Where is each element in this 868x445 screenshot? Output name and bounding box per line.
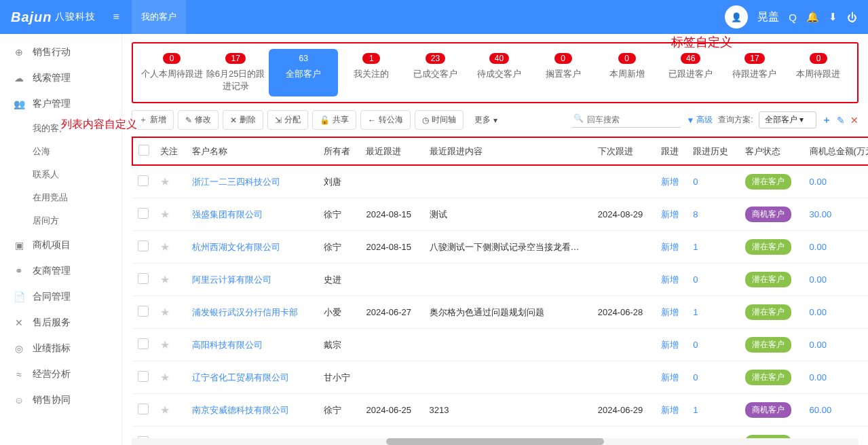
follow-link[interactable]: 新增 <box>661 405 679 415</box>
follow-link[interactable]: 新增 <box>661 307 679 317</box>
col-header-0[interactable]: 关注 <box>155 137 187 165</box>
sidebar-item-service[interactable]: ✕售后服务 <box>0 310 121 336</box>
power-icon[interactable]: ⏻ <box>847 12 857 23</box>
history-link[interactable]: 1 <box>693 307 698 317</box>
filter-tab-9[interactable]: 17待跟进客户 <box>723 53 787 92</box>
amount-link[interactable]: 0.00 <box>810 274 827 285</box>
sidebar-item-contract[interactable]: 📄合同管理 <box>0 284 121 310</box>
assign-button[interactable]: ⇲ 分配 <box>267 110 308 130</box>
hamburger-icon[interactable]: ≡ <box>113 11 119 23</box>
scheme-edit-icon[interactable]: ✎ <box>837 115 845 126</box>
row-checkbox[interactable] <box>138 175 149 186</box>
customer-name-link[interactable]: 辽宁省化工贸易有限公司 <box>192 372 289 382</box>
username[interactable]: 晃盖 <box>757 10 779 24</box>
history-link[interactable]: 0 <box>693 372 698 382</box>
search-input[interactable] <box>572 112 681 128</box>
select-all-checkbox[interactable] <box>138 145 149 156</box>
star-icon[interactable]: ★ <box>160 274 170 285</box>
col-header-9[interactable]: 商机总金额(万元) <box>804 137 868 165</box>
customer-name-link[interactable]: 杭州西湖文化有限公司 <box>192 242 280 252</box>
scheme-delete-icon[interactable]: ✕ <box>850 115 858 126</box>
col-header-6[interactable]: 跟进 <box>656 137 687 165</box>
sidebar-sub-competitors[interactable]: 在用竞品 <box>0 186 121 209</box>
star-icon[interactable]: ★ <box>160 404 170 416</box>
avatar[interactable]: 👤 <box>725 5 748 29</box>
history-link[interactable]: 0 <box>693 274 698 285</box>
sidebar-item-analysis[interactable]: ≈经营分析 <box>0 361 121 387</box>
row-checkbox[interactable] <box>138 404 149 414</box>
amount-link[interactable]: 60.00 <box>810 405 832 415</box>
row-checkbox[interactable] <box>138 208 149 219</box>
horizontal-scrollbar[interactable] <box>132 438 858 445</box>
star-icon[interactable]: ★ <box>160 372 170 383</box>
col-header-8[interactable]: 客户状态 <box>740 137 804 165</box>
customer-name-link[interactable]: 浙江一二三四科技公司 <box>192 177 280 187</box>
top-menu-my-customers[interactable]: 我的客户 <box>132 0 186 34</box>
follow-link[interactable]: 新增 <box>661 372 679 382</box>
star-icon[interactable]: ★ <box>160 176 170 188</box>
share-button[interactable]: 🔓 共享 <box>312 110 356 130</box>
sidebar-item-customers[interactable]: 👥客户管理 <box>0 91 121 117</box>
timeline-button[interactable]: ◷ 时间轴 <box>415 110 464 130</box>
amount-link[interactable]: 0.00 <box>810 242 827 252</box>
history-link[interactable]: 0 <box>693 340 698 350</box>
row-checkbox[interactable] <box>138 306 149 317</box>
history-link[interactable]: 1 <box>693 405 698 415</box>
more-button[interactable]: 更多 ▾ <box>468 111 504 129</box>
star-icon[interactable]: ★ <box>160 209 170 220</box>
row-checkbox[interactable] <box>138 273 149 284</box>
filter-tab-2[interactable]: 63全部客户 <box>269 49 338 96</box>
col-header-1[interactable]: 客户名称 <box>187 137 318 165</box>
logo[interactable]: Bajun 八骏科技 <box>11 10 96 25</box>
history-link[interactable]: 8 <box>693 209 698 219</box>
customer-name-link[interactable]: 高阳科技有限公司 <box>192 340 263 350</box>
sidebar-item-kpi[interactable]: ◎业绩指标 <box>0 336 121 361</box>
filter-tab-0[interactable]: 0个人本周待跟进 <box>140 53 204 92</box>
bell-icon[interactable]: 🔔 <box>806 11 819 23</box>
amount-link[interactable]: 30.00 <box>810 209 832 219</box>
sidebar-item-partner[interactable]: ⚭友商管理 <box>0 258 121 284</box>
sidebar-sub-sea[interactable]: 公海 <box>0 140 121 163</box>
filter-tab-3[interactable]: 1我关注的 <box>339 53 403 92</box>
filter-tab-4[interactable]: 23已成交客户 <box>403 53 467 92</box>
sidebar-item-leads[interactable]: ☁线索管理 <box>0 65 121 91</box>
amount-link[interactable]: 0.00 <box>810 372 827 382</box>
amount-link[interactable]: 0.00 <box>810 307 827 317</box>
download-icon[interactable]: ⬇ <box>829 11 837 23</box>
customer-name-link[interactable]: 浦发银行武汉分行信用卡部 <box>192 307 298 317</box>
customer-name-link[interactable]: 阿里云计算有限公司 <box>192 274 271 285</box>
sidebar-item-opportunity[interactable]: ▣商机项目 <box>0 232 121 258</box>
col-header-4[interactable]: 最近跟进内容 <box>424 137 592 165</box>
sidebar-item-collab[interactable]: ☺销售协同 <box>0 387 121 413</box>
filter-tab-5[interactable]: 40待成交客户 <box>467 53 531 92</box>
follow-link[interactable]: 新增 <box>661 177 679 187</box>
scheme-add-icon[interactable]: ＋ <box>822 114 831 126</box>
filter-tab-7[interactable]: 0本周新增 <box>595 53 659 92</box>
filter-tab-8[interactable]: 46已跟进客户 <box>659 53 723 92</box>
sidebar-item-sales-action[interactable]: ⊕销售行动 <box>0 39 121 65</box>
customer-name-link[interactable]: 强盛集团有限公司 <box>192 209 263 219</box>
star-icon[interactable]: ★ <box>160 306 170 318</box>
to-sea-button[interactable]: ← 转公海 <box>360 110 411 130</box>
filter-tab-1[interactable]: 17除6月25日的跟进记录 <box>204 53 267 92</box>
amount-link[interactable]: 0.00 <box>810 340 827 350</box>
follow-link[interactable]: 新增 <box>661 274 679 285</box>
star-icon[interactable]: ★ <box>160 339 170 351</box>
filter-tab-10[interactable]: 0本周待跟进 <box>787 53 850 92</box>
amount-link[interactable]: 0.00 <box>810 177 827 187</box>
customer-name-link[interactable]: 南京安威德科技有限公司 <box>192 405 289 415</box>
follow-link[interactable]: 新增 <box>661 242 679 252</box>
col-header-7[interactable]: 跟进历史 <box>687 137 740 165</box>
row-checkbox[interactable] <box>138 338 149 349</box>
row-checkbox[interactable] <box>138 371 149 382</box>
search-icon[interactable]: Q <box>789 12 797 23</box>
sidebar-sub-intermediary[interactable]: 居间方 <box>0 209 121 232</box>
scheme-select[interactable]: 全部客户 ▾ <box>759 111 816 128</box>
filter-tab-6[interactable]: 0搁置客户 <box>531 53 595 92</box>
col-header-3[interactable]: 最近跟进 <box>360 137 423 165</box>
col-header-5[interactable]: 下次跟进 <box>592 137 656 165</box>
delete-button[interactable]: ✕ 删除 <box>223 110 263 130</box>
col-header-2[interactable]: 所有者 <box>318 137 360 165</box>
advanced-filter[interactable]: ▼高级 <box>686 114 713 126</box>
add-button[interactable]: ＋ 新增 <box>132 110 174 130</box>
